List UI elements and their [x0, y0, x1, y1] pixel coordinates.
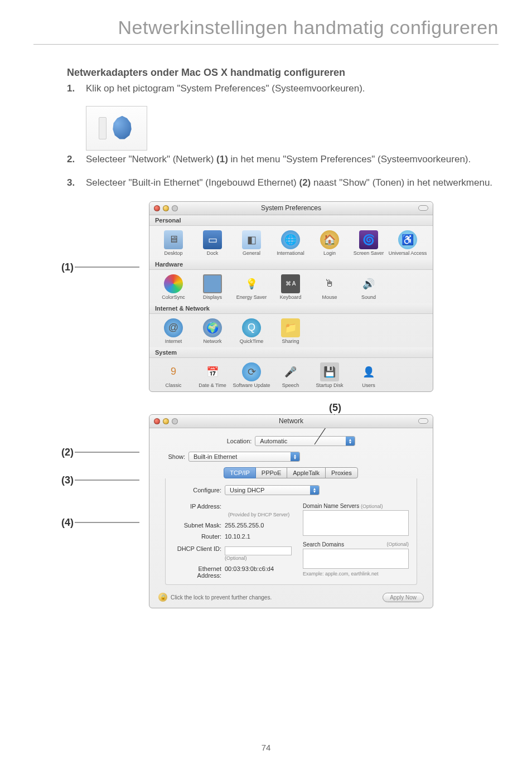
- subnet-value: 255.255.255.0: [225, 522, 264, 529]
- pref-universal-access[interactable]: ♿Universal Access: [388, 230, 427, 256]
- personal-row: 🖥Desktop ▭Dock ◧General 🌐International 🏠…: [149, 226, 433, 259]
- page-number: 74: [0, 743, 532, 752]
- ip-label: IP Address:: [173, 503, 225, 510]
- callout-3: (3): [61, 475, 74, 486]
- hardware-row: ColorSync Displays 💡Energy Saver ⌘ AKeyb…: [149, 270, 433, 303]
- pref-keyboard[interactable]: ⌘ AKeyboard: [271, 274, 310, 300]
- chevron-updown-icon: ▴▾: [310, 486, 319, 495]
- finder-icon: [99, 117, 107, 139]
- pref-software-update[interactable]: ⟳Software Update: [232, 362, 271, 388]
- step-3: 3. Selecteer "Built-in Ethernet" (Ingebo…: [67, 176, 499, 190]
- step-2-text: Selecteer "Network" (Netwerk) (1) in het…: [86, 153, 499, 167]
- apple-menu-icon: [110, 116, 134, 141]
- pref-colorsync[interactable]: ColorSync: [154, 274, 193, 300]
- configure-row: Configure: Using DHCP ▴▾: [173, 485, 409, 495]
- location-label: Location:: [227, 438, 255, 444]
- location-row: Location: Automatic ▴▾: [161, 436, 422, 446]
- ip-hint: (Provided by DHCP Server): [228, 512, 292, 517]
- pref-users[interactable]: 👤Users: [349, 362, 388, 388]
- tab-proxies[interactable]: Proxies: [325, 467, 358, 478]
- page-title: Netwerkinstellingen handmatig configurer…: [0, 0, 532, 44]
- section-hardware: Hardware: [149, 259, 433, 270]
- search-domains-textarea[interactable]: [303, 549, 409, 569]
- sysprefs-titlebar: System Preferences: [149, 202, 433, 215]
- chevron-updown-icon: ▴▾: [346, 437, 355, 446]
- callout-2: (2): [61, 447, 74, 458]
- dhcp-client-label: DHCP Client ID:: [173, 545, 225, 552]
- chevron-updown-icon: ▴▾: [291, 452, 299, 461]
- steps-list-cont: 2. Selecteer "Network" (Netwerk) (1) in …: [67, 153, 499, 190]
- section-heading: Netwerkadapters onder Mac OS X handmatig…: [67, 67, 499, 79]
- network-titlebar: Network: [149, 415, 433, 428]
- step-1-number: 1.: [67, 82, 86, 96]
- callout-1: (1): [61, 262, 74, 273]
- step-3-text: Selecteer "Built-in Ethernet" (Ingebouwd…: [86, 176, 499, 190]
- tab-bar: TCP/IP PPPoE AppleTalk Proxies: [161, 467, 422, 478]
- system-preferences-window: System Preferences Personal 🖥Desktop ▭Do…: [149, 201, 433, 392]
- pref-sound[interactable]: 🔊Sound: [349, 274, 388, 300]
- pref-screen-saver[interactable]: 🌀Screen Saver: [349, 230, 388, 256]
- pref-startup-disk[interactable]: 💾Startup Disk: [310, 362, 349, 388]
- pref-sharing[interactable]: 📁Sharing: [271, 318, 310, 344]
- dhcp-client-hint: (Optional): [225, 555, 292, 561]
- pref-dock[interactable]: ▭Dock: [193, 230, 232, 256]
- step-3-number: 3.: [67, 176, 86, 190]
- toolbar-pill-icon[interactable]: [418, 418, 428, 424]
- sysprefs-title: System Preferences: [149, 204, 433, 212]
- pref-displays[interactable]: Displays: [193, 274, 232, 300]
- tab-tcpip[interactable]: TCP/IP: [224, 467, 255, 478]
- tcpip-pane: Configure: Using DHCP ▴▾ IP Address:: [165, 478, 417, 585]
- step-2: 2. Selecteer "Network" (Netwerk) (1) in …: [67, 153, 499, 167]
- dns-optional: (Optional): [361, 504, 383, 509]
- pref-desktop[interactable]: 🖥Desktop: [154, 230, 193, 256]
- pref-general[interactable]: ◧General: [232, 230, 271, 256]
- section-system: System: [149, 347, 433, 358]
- dock-screenshot: [86, 106, 147, 151]
- section-personal: Personal: [149, 215, 433, 226]
- tab-appletalk[interactable]: AppleTalk: [287, 467, 326, 478]
- section-internet-network: Internet & Network: [149, 303, 433, 314]
- step-1: 1. Klik op het pictogram "System Prefere…: [67, 82, 499, 96]
- pref-classic[interactable]: 9Classic: [154, 362, 193, 388]
- internet-network-row: @Internet 🌍Network QQuickTime 📁Sharing: [149, 314, 433, 347]
- lock-text: Click the lock to prevent further change…: [171, 594, 272, 601]
- configure-label: Configure:: [173, 487, 225, 493]
- pref-network[interactable]: 🌍Network: [193, 318, 232, 344]
- search-domains-label: Search Domains: [303, 541, 344, 548]
- pref-internet[interactable]: @Internet: [154, 318, 193, 344]
- dhcp-client-input[interactable]: [225, 546, 292, 555]
- configure-select[interactable]: Using DHCP ▴▾: [225, 485, 320, 495]
- search-domains-optional: (Optional): [386, 541, 409, 548]
- eth-addr-label: Ethernet Address:: [173, 565, 225, 579]
- pref-international[interactable]: 🌐International: [271, 230, 310, 256]
- callout-5: (5): [329, 402, 341, 414]
- apply-now-button[interactable]: Apply Now: [383, 593, 424, 602]
- eth-addr-value: 00:03:93:0b:c6:d4: [225, 565, 274, 579]
- pref-energy-saver[interactable]: 💡Energy Saver: [232, 274, 271, 300]
- show-row: Show: Built-in Ethernet ▴▾: [161, 452, 422, 462]
- pref-login[interactable]: 🏠Login: [310, 230, 349, 256]
- pref-date-time[interactable]: 📅Date & Time: [193, 362, 232, 388]
- step-1-text: Klik op het pictogram "System Preference…: [86, 82, 499, 96]
- subnet-label: Subnet Mask:: [173, 522, 225, 529]
- pref-quicktime[interactable]: QQuickTime: [232, 318, 271, 344]
- steps-list: 1. Klik op het pictogram "System Prefere…: [67, 82, 499, 96]
- example-text: Example: apple.com, earthlink.net: [303, 571, 409, 577]
- router-value: 10.10.2.1: [225, 533, 250, 540]
- system-row: 9Classic 📅Date & Time ⟳Software Update 🎤…: [149, 358, 433, 391]
- network-window: Network Location: Automatic ▴▾ Show: Bui…: [149, 414, 433, 608]
- tab-pppoe[interactable]: PPPoE: [255, 467, 287, 478]
- show-select[interactable]: Built-in Ethernet ▴▾: [188, 452, 300, 462]
- dns-label: Domain Name Servers: [303, 503, 359, 509]
- toolbar-pill-icon[interactable]: [418, 205, 428, 211]
- pref-mouse[interactable]: 🖱Mouse: [310, 274, 349, 300]
- dns-textarea[interactable]: [303, 510, 409, 536]
- network-footer: 🔒 Click the lock to prevent further chan…: [149, 588, 433, 602]
- show-label: Show:: [161, 453, 188, 460]
- lock-icon[interactable]: 🔒: [158, 593, 167, 602]
- pref-speech[interactable]: 🎤Speech: [271, 362, 310, 388]
- callout-4: (4): [61, 517, 74, 529]
- step-2-number: 2.: [67, 153, 86, 167]
- network-title: Network: [149, 417, 433, 425]
- title-divider: [33, 44, 499, 45]
